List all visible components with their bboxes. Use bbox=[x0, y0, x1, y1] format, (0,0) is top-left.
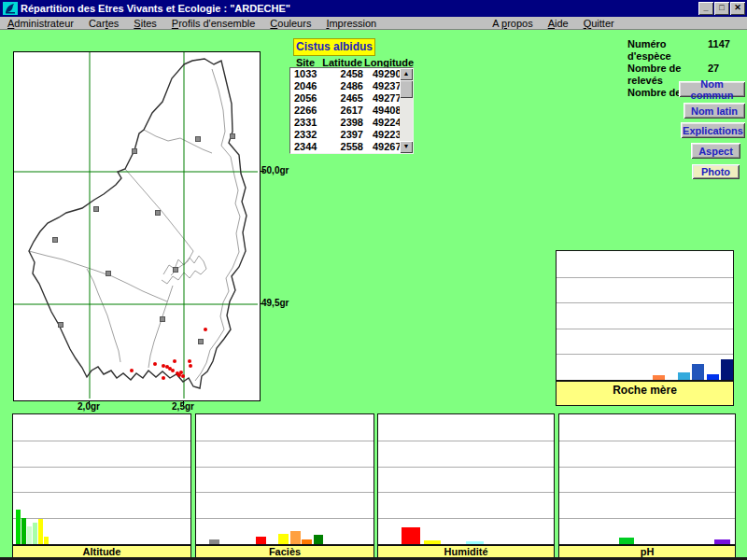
table-row[interactable]: 2331239849224 bbox=[290, 117, 400, 129]
chart-bar bbox=[33, 523, 37, 544]
close-button[interactable]: ✕ bbox=[730, 2, 745, 15]
facies-chart bbox=[195, 413, 374, 545]
chart-gridline bbox=[378, 441, 554, 441]
chart-gridline bbox=[196, 518, 374, 519]
site-marker[interactable] bbox=[52, 237, 58, 243]
menubar: AdministrateurCartesSitesProfils d'ensem… bbox=[0, 17, 747, 30]
chart-gridline bbox=[13, 467, 190, 468]
table-row[interactable]: 2046248649237 bbox=[290, 80, 400, 92]
chart-gridline bbox=[13, 492, 190, 493]
maximize-button[interactable]: □ bbox=[714, 2, 729, 15]
info-value-numero-espece: 1147 bbox=[708, 38, 730, 63]
chart-gridline bbox=[378, 518, 554, 519]
chart-gridline bbox=[378, 492, 554, 493]
chart-bar bbox=[619, 538, 634, 544]
scroll-down-icon[interactable]: ▼ bbox=[400, 141, 413, 153]
map-panel[interactable] bbox=[13, 51, 261, 401]
latitude-grid-label: 50,0gr bbox=[261, 165, 289, 175]
menu-item-aide[interactable]: Aide bbox=[541, 18, 576, 29]
menu-item-administrateur[interactable]: Administrateur bbox=[0, 18, 81, 29]
menu-item-quitter[interactable]: Quitter bbox=[576, 18, 622, 29]
table-scrollbar[interactable]: ▲ ▼ bbox=[400, 68, 413, 153]
occurrence-dot bbox=[153, 362, 157, 366]
chart-bar bbox=[27, 526, 32, 544]
chart-bar bbox=[302, 539, 312, 544]
cell-longitude: 49277 bbox=[363, 92, 400, 105]
cell-site: 2331 bbox=[290, 117, 322, 129]
chart-gridline bbox=[196, 492, 374, 493]
nom-latin-button[interactable]: Nom latin bbox=[684, 103, 745, 119]
chart-bar bbox=[278, 534, 289, 544]
site-marker[interactable] bbox=[106, 271, 111, 276]
chart-gridline bbox=[559, 467, 735, 468]
humidite-chart bbox=[377, 413, 555, 545]
aspect-button[interactable]: Aspect bbox=[691, 143, 740, 159]
window-title: Répartition des Etres Vivants et Ecologi… bbox=[21, 3, 290, 14]
site-marker[interactable] bbox=[132, 148, 137, 154]
chart-bar bbox=[209, 539, 219, 544]
chart-gridline bbox=[557, 329, 733, 329]
chart-bar bbox=[290, 531, 301, 544]
occurrence-dot bbox=[171, 369, 175, 372]
table-row[interactable]: 2344255849267 bbox=[290, 141, 400, 153]
scroll-up-icon[interactable]: ▲ bbox=[400, 68, 413, 80]
site-marker[interactable] bbox=[198, 339, 204, 344]
menu-item-couleurs[interactable]: Couleurs bbox=[262, 18, 318, 29]
table-row[interactable]: 2056246549277 bbox=[290, 92, 400, 105]
roche-mere-chart bbox=[556, 250, 734, 381]
minimize-button[interactable]: _ bbox=[698, 2, 713, 15]
cell-longitude: 49223 bbox=[363, 129, 400, 141]
window-controls: _ □ ✕ bbox=[698, 2, 747, 15]
menu-item-profils-d-ensemble[interactable]: Profils d'ensemble bbox=[164, 18, 263, 29]
info-label-numero-espece: Numéro d'espèce bbox=[627, 38, 708, 63]
map-inner-boundaries bbox=[29, 69, 240, 381]
site-table[interactable]: 1033245849290204624864923720562465492772… bbox=[289, 67, 414, 154]
occurrence-dot bbox=[162, 376, 165, 380]
occurrence-dot bbox=[130, 369, 134, 372]
menu-item-impression[interactable]: Impression bbox=[318, 18, 384, 29]
table-row[interactable]: 2266261749408 bbox=[290, 105, 400, 117]
occurrence-dot bbox=[181, 374, 185, 378]
chart-gridline bbox=[559, 492, 735, 493]
occurrence-dot bbox=[189, 364, 192, 368]
cell-latitude: 2465 bbox=[322, 92, 363, 105]
chart-bar bbox=[314, 535, 323, 544]
map-svg bbox=[14, 52, 258, 399]
chart-bar bbox=[692, 364, 704, 380]
chart-bar bbox=[707, 374, 719, 380]
cell-site: 1033 bbox=[290, 68, 322, 80]
altitude-chart bbox=[12, 413, 191, 545]
chart-bar bbox=[402, 527, 420, 544]
longitude-grid-label: 2,5gr bbox=[164, 401, 202, 412]
site-marker[interactable] bbox=[155, 210, 161, 216]
cell-longitude: 49224 bbox=[363, 117, 400, 129]
site-marker[interactable] bbox=[160, 316, 165, 322]
site-marker[interactable] bbox=[173, 267, 178, 273]
scrollbar-thumb[interactable] bbox=[400, 80, 413, 98]
photo-button[interactable]: Photo bbox=[692, 164, 740, 179]
explications-button[interactable]: Explications bbox=[681, 122, 745, 138]
site-marker[interactable] bbox=[195, 136, 201, 142]
cell-latitude: 2398 bbox=[322, 117, 363, 129]
chart-bar bbox=[256, 537, 266, 544]
chart-bar bbox=[44, 537, 49, 544]
site-marker[interactable] bbox=[230, 133, 235, 139]
cell-site: 2344 bbox=[290, 141, 322, 153]
site-marker[interactable] bbox=[93, 206, 99, 212]
chart-bar bbox=[653, 375, 665, 380]
roche-mere-chart-label: Roche mère bbox=[556, 381, 734, 406]
titlebar[interactable]: Répartition des Etres Vivants et Ecologi… bbox=[0, 0, 747, 17]
menu-item-a-propos[interactable]: A propos bbox=[485, 18, 540, 29]
menu-item-cartes[interactable]: Cartes bbox=[81, 18, 126, 29]
chart-gridline bbox=[13, 441, 190, 441]
menu-item-sites[interactable]: Sites bbox=[126, 18, 163, 29]
chart-bar bbox=[466, 541, 484, 544]
cell-longitude: 49408 bbox=[363, 105, 400, 117]
cell-longitude: 49267 bbox=[363, 141, 400, 153]
site-marker[interactable] bbox=[58, 322, 63, 328]
cell-site: 2332 bbox=[290, 129, 322, 141]
table-row[interactable]: 2332239749223 bbox=[290, 129, 400, 141]
occurrence-dot bbox=[188, 359, 191, 363]
table-row[interactable]: 1033245849290 bbox=[290, 68, 400, 80]
nom-commun-button[interactable]: Nom commun bbox=[679, 81, 745, 97]
